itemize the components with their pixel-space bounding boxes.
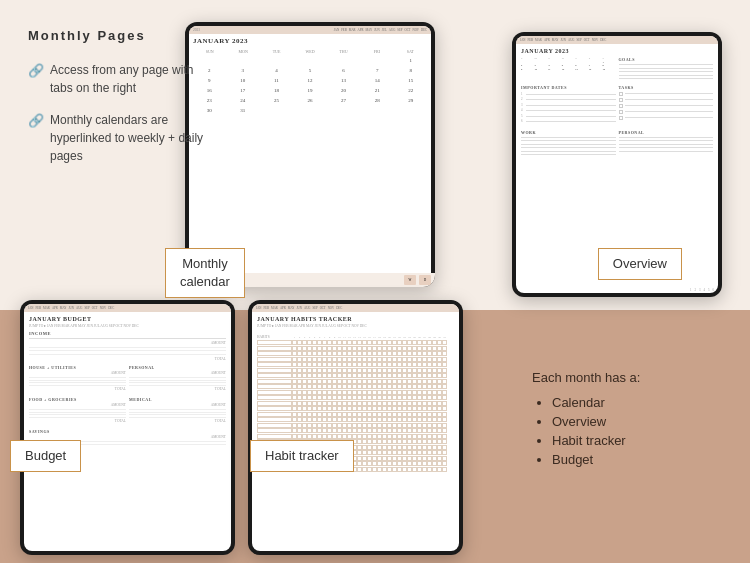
habit-cell [442,439,447,444]
habit-row [257,412,454,417]
habit-row-labels: HABITS [257,331,292,340]
budget-title: JANUARY BUDGET [29,316,226,322]
habit-row [257,362,454,367]
habit-row [257,434,454,439]
habit-cell [442,406,447,411]
overview-tabs: JAN FEB MAR APR MAY JUN AUG SEP OCT NOV … [520,38,606,42]
habit-cell [442,467,447,472]
monthly-features-list: Calendar Overview Habit tracker Budget [532,395,722,467]
habit-row [257,423,454,428]
habit-cell [442,357,447,362]
habit-cell [442,450,447,455]
habit-cell [442,379,447,384]
habit-cell [442,351,447,356]
personal-section: PERSONAL [619,130,714,158]
habit-row [257,357,454,362]
habit-grid-container: HABITS 1 2 3 4 5 6 7 8 9 10 [257,331,454,340]
habit-callout: Habit tracker [250,440,354,472]
habit-cell [442,461,447,466]
habit-cell [442,346,447,351]
bullet-text-2: Monthly calendars are hyperlinked to wee… [50,111,208,165]
habit-title: JANUARY HABITS TRACKER [257,316,454,322]
habit-device: JAN FEB MAR APR MAY JUN AUG SEP OCT NOV … [248,300,463,555]
habit-cell [442,373,447,378]
habit-cell [442,384,447,389]
habit-row [257,390,454,395]
habit-row [257,351,454,356]
link-icon-2: 🔗 [28,111,44,131]
important-dates: IMPORTANT DATES 1 2 3 4 5 6 [521,85,616,124]
habit-tabs: JAN FEB MAR APR MAY JUN AUG SEP OCT NOV … [256,306,342,310]
feature-habit-tracker: Habit tracker [552,433,722,448]
link-icon-1: 🔗 [28,61,44,81]
habit-row [257,384,454,389]
bullet-item-1: 🔗 Access from any page with tabs on the … [28,61,208,97]
page-numbers: 1 2 3 4 5 6 [690,288,714,292]
habit-cell [442,390,447,395]
habit-row [257,417,454,422]
budget-content: JANUARY BUDGET JUMP TO ▸ JAN FEB MAR APR… [24,312,231,450]
work-section: WORK [521,130,616,158]
bullet-text-1: Access from any page with tabs on the ri… [50,61,208,97]
habit-cell [442,456,447,461]
calendar-days-header: SUN MON TUE WED THU FRI SAT [193,49,427,54]
budget-jump-to: JUMP TO ▸ JAN FEB MAR APR MAY JUN JUL AU… [29,324,226,328]
habit-cell [442,401,447,406]
habit-cell [442,395,447,400]
goals-title: GOALS [619,57,714,62]
right-info-panel: Each month has a: Calendar Overview Habi… [532,370,722,471]
habit-row [257,346,454,351]
monthly-calendar-callout: Monthlycalendar [165,248,245,298]
calendar-month-title: JANUARY 2023 [193,37,427,45]
habit-cell [442,445,447,450]
monthly-calendar-label: Monthlycalendar [180,256,230,289]
section-title: Monthly Pages [28,28,208,43]
calendar-body: 1 2 3 4 5 6 7 8 9 10 11 12 13 14 15 16 1… [193,56,427,115]
budget-label: Budget [25,448,66,463]
habit-cell [442,423,447,428]
habit-row [257,395,454,400]
overview-title: JANUARY 2023 [521,48,713,54]
each-month-intro: Each month has a: [532,370,722,385]
calendar-grid: JANUARY 2023 SUN MON TUE WED THU FRI SAT… [189,34,431,118]
habit-cell [442,362,447,367]
habit-cell [442,428,447,433]
month-tabs: JAN FEB MAR APR MAY JUN JUL AUG SEP OCT … [334,28,427,32]
work-personal-grid: WORK PERSONAL [521,130,713,158]
habit-cell [442,434,447,439]
goals-section: GOALS [619,57,714,82]
overview-mini-cal: S M T W T F S 1 [521,57,616,82]
habit-cell [442,340,447,345]
overview-content: JANUARY 2023 S M T W T F S [516,44,718,162]
food-medical-row: FOOD + GROCERIES AMOUNT TOTAL MEDICAL AM… [29,397,226,425]
feature-overview: Overview [552,414,722,429]
habit-screen: JAN FEB MAR APR MAY JUN AUG SEP OCT NOV … [252,304,459,551]
habit-row [257,373,454,378]
bullet-item-2: 🔗 Monthly calendars are hyperlinked to w… [28,111,208,165]
habit-jump-to: JUMP TO ▸ JAN FEB MAR APR MAY JUN JUL AU… [257,324,454,328]
income-label: INCOME [29,331,226,336]
habit-cell [442,368,447,373]
budget-screen: JAN FEB MAR APR MAY JUN AUG SEP OCT NOV … [24,304,231,551]
calendar-screen: 2023 JAN FEB MAR APR MAY JUN JUL AUG SEP… [189,26,431,283]
left-info-panel: Monthly Pages 🔗 Access from any page wit… [28,28,208,179]
feature-budget: Budget [552,452,722,467]
habit-row [257,401,454,406]
habit-row [257,379,454,384]
habit-row [257,340,454,345]
habit-cell [442,417,447,422]
budget-tabs: JAN FEB MAR APR MAY JUN AUG SEP OCT NOV … [28,306,114,310]
overview-callout: Overview [598,248,682,280]
house-personal-row: HOUSE + UTILITIES AMOUNT TOTAL PERSONAL … [29,365,226,393]
habit-row [257,406,454,411]
tasks-section: TASKS [619,85,714,124]
habit-day-numbers: 1 2 3 4 5 6 7 8 9 10 11 12 13 14 [292,331,454,340]
overview-label: Overview [613,256,667,271]
budget-device: JAN FEB MAR APR MAY JUN AUG SEP OCT NOV … [20,300,235,555]
feature-calendar: Calendar [552,395,722,410]
budget-callout: Budget [10,440,81,472]
habit-row [257,428,454,433]
habit-row [257,368,454,373]
dates-tasks-grid: IMPORTANT DATES 1 2 3 4 5 6 TASKS [521,85,713,124]
habit-cell [442,412,447,417]
